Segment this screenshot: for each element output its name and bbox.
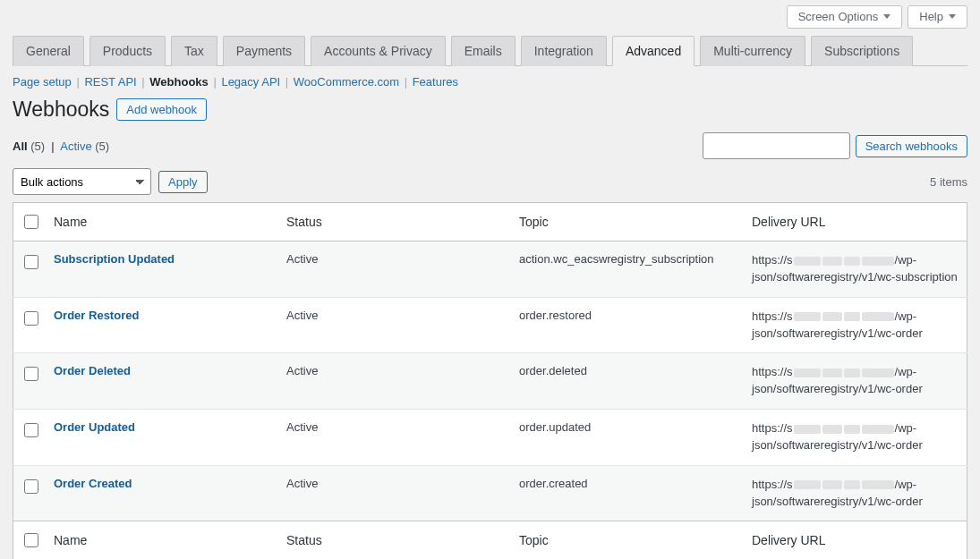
select-all-bottom[interactable] [24, 533, 38, 547]
webhook-status: Active [277, 465, 510, 521]
redacted-segment [794, 425, 821, 434]
screen-options-button[interactable]: Screen Options [787, 5, 903, 29]
table-row: Order RestoredActiveorder.restoredhttps:… [13, 297, 967, 353]
select-all-top[interactable] [24, 215, 38, 229]
tab-advanced[interactable]: Advanced [612, 36, 695, 66]
col-url-foot[interactable]: Delivery URL [743, 521, 967, 559]
subnav-legacy-api[interactable]: Legacy API [221, 75, 280, 89]
webhook-name-link[interactable]: Order Created [54, 477, 132, 490]
redacted-segment [822, 257, 842, 266]
help-label: Help [919, 10, 943, 23]
webhook-status: Active [277, 241, 510, 298]
webhook-url: https://s/wp-json/softwareregistry/v1/wc… [743, 465, 967, 521]
col-topic-foot[interactable]: Topic [510, 521, 743, 559]
row-checkbox[interactable] [24, 479, 38, 494]
status-filters: All (5) | Active (5) [13, 140, 109, 153]
redacted-segment [862, 425, 894, 434]
redacted-segment [822, 368, 842, 377]
row-checkbox[interactable] [24, 255, 38, 269]
row-checkbox[interactable] [24, 367, 38, 381]
row-checkbox[interactable] [24, 423, 38, 437]
webhook-topic: order.created [510, 465, 743, 521]
webhook-status: Active [277, 410, 510, 466]
col-status[interactable]: Status [277, 203, 510, 241]
redacted-segment [862, 480, 894, 489]
redacted-segment [844, 312, 860, 321]
help-button[interactable]: Help [908, 5, 967, 29]
tab-subscriptions[interactable]: Subscriptions [811, 36, 913, 66]
redacted-segment [794, 257, 821, 266]
table-row: Order CreatedActiveorder.createdhttps://… [13, 465, 967, 521]
webhook-status: Active [277, 353, 510, 410]
filter-all[interactable]: All [13, 140, 28, 153]
redacted-segment [822, 480, 842, 489]
subnav-page-setup[interactable]: Page setup [13, 75, 72, 89]
redacted-segment [844, 257, 860, 266]
subnav-webhooks[interactable]: Webhooks [149, 75, 209, 89]
advanced-subnav: Page setup | REST API | Webhooks | Legac… [13, 66, 967, 94]
redacted-segment [794, 312, 821, 321]
tab-general[interactable]: General [13, 36, 84, 66]
webhooks-table: Name Status Topic Delivery URL Subscript… [13, 202, 967, 559]
filter-active[interactable]: Active [60, 140, 91, 153]
tab-integration[interactable]: Integration [521, 36, 607, 66]
col-status-foot[interactable]: Status [277, 521, 510, 559]
redacted-segment [862, 257, 894, 266]
webhook-name-link[interactable]: Order Deleted [54, 364, 131, 377]
subnav-woocommerce-com[interactable]: WooCommerce.com [294, 75, 399, 89]
col-url[interactable]: Delivery URL [743, 203, 967, 241]
caret-down-icon [949, 14, 956, 19]
add-webhook-button[interactable]: Add webhook [116, 98, 207, 121]
webhook-name-link[interactable]: Order Restored [54, 309, 139, 322]
row-checkbox[interactable] [24, 311, 38, 326]
search-webhooks-button[interactable]: Search webhooks [856, 135, 967, 157]
redacted-segment [794, 368, 821, 377]
redacted-segment [822, 425, 842, 434]
tab-emails[interactable]: Emails [451, 36, 516, 66]
webhook-name-link[interactable]: Subscription Updated [54, 252, 175, 266]
table-row: Subscription UpdatedActiveaction.wc_eacs… [13, 241, 967, 298]
subnav-features[interactable]: Features [413, 75, 458, 89]
webhook-topic: order.restored [510, 297, 743, 353]
apply-button-top[interactable]: Apply [158, 171, 208, 193]
filter-active-count: (5) [95, 140, 109, 153]
webhook-name-link[interactable]: Order Updated [54, 420, 135, 434]
tab-products[interactable]: Products [89, 36, 166, 66]
redacted-segment [844, 425, 860, 434]
webhook-url: https://s/wp-json/softwareregistry/v1/wc… [743, 241, 967, 298]
redacted-segment [794, 480, 821, 489]
tab-tax[interactable]: Tax [171, 36, 217, 66]
webhook-url: https://s/wp-json/softwareregistry/v1/wc… [743, 297, 967, 353]
items-count-top: 5 items [930, 175, 967, 189]
tab-multi-currency[interactable]: Multi-currency [700, 36, 805, 66]
webhook-topic: order.deleted [510, 353, 743, 410]
filter-all-count: (5) [30, 140, 45, 153]
col-topic[interactable]: Topic [510, 203, 743, 241]
search-input[interactable] [703, 132, 850, 159]
webhook-url: https://s/wp-json/softwareregistry/v1/wc… [743, 410, 967, 466]
redacted-segment [844, 368, 860, 377]
webhook-topic: action.wc_eacswregistry_subscription [510, 241, 743, 298]
tab-payments[interactable]: Payments [223, 36, 305, 66]
table-row: Order UpdatedActiveorder.updatedhttps://… [13, 410, 967, 466]
caret-down-icon [883, 14, 891, 19]
page-title: Webhooks [13, 97, 109, 122]
redacted-segment [862, 312, 894, 321]
webhook-topic: order.updated [510, 410, 743, 466]
settings-tabs: GeneralProductsTaxPaymentsAccounts & Pri… [13, 36, 967, 66]
table-row: Order DeletedActiveorder.deletedhttps://… [13, 353, 967, 410]
redacted-segment [822, 312, 842, 321]
redacted-segment [862, 368, 894, 377]
bulk-actions-select-top[interactable]: Bulk actions [13, 168, 151, 195]
screen-options-label: Screen Options [798, 10, 879, 23]
col-name[interactable]: Name [45, 203, 277, 241]
webhook-status: Active [277, 297, 510, 353]
subnav-rest-api[interactable]: REST API [84, 75, 136, 89]
redacted-segment [844, 480, 860, 489]
col-name-foot[interactable]: Name [45, 521, 277, 559]
tab-accounts-privacy[interactable]: Accounts & Privacy [311, 36, 446, 66]
webhook-url: https://s/wp-json/softwareregistry/v1/wc… [743, 353, 967, 410]
